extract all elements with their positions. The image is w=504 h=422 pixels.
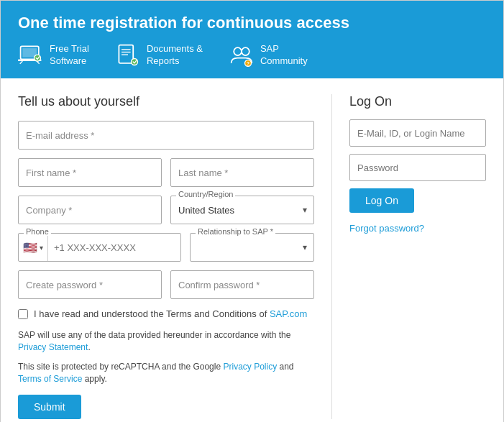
company-country-row: Country/Region United States Germany Fra…	[18, 196, 314, 224]
confirm-password-field-wrap	[170, 270, 314, 299]
password-row	[18, 270, 314, 299]
documents-label: Documents & Reports	[147, 43, 203, 68]
community-icon: ?	[229, 42, 255, 68]
lastname-field-wrap	[170, 158, 314, 187]
header-icon-documents: Documents & Reports	[115, 42, 203, 68]
free-trial-label: Free Trial Software	[50, 43, 89, 68]
flag-caret-icon: ▾	[40, 244, 43, 252]
laptop-icon	[18, 42, 44, 68]
phone-relationship-row: Phone 🇺🇸 ▾ Relationship to SAP * Custome…	[18, 233, 314, 262]
us-flag-icon: 🇺🇸	[23, 241, 37, 254]
header-title: One time registration for continuous acc…	[18, 14, 486, 32]
terms-label: I have read and understood the Terms and…	[34, 308, 307, 321]
firstname-input[interactable]	[18, 158, 162, 187]
terms-checkbox-row: I have read and understood the Terms and…	[18, 308, 314, 321]
firstname-field-wrap	[18, 158, 162, 187]
logon-section: Log On Log On Forgot password?	[349, 94, 486, 419]
main-content: Tell us about yourself	[1, 78, 503, 422]
email-row	[18, 121, 314, 150]
form-section: Tell us about yourself	[18, 94, 314, 419]
forgot-password-link[interactable]: Forgot password?	[349, 223, 486, 234]
logon-password-field-wrap	[349, 154, 486, 181]
name-row	[18, 158, 314, 187]
confirm-password-input[interactable]	[170, 270, 314, 299]
relationship-select-wrap: Relationship to SAP * Customer Partner E…	[190, 233, 314, 262]
country-select[interactable]: United States Germany France United King…	[170, 196, 314, 224]
privacy-text: SAP will use any of the data provided he…	[18, 329, 314, 354]
logon-password-input[interactable]	[349, 154, 486, 181]
relationship-label: Relationship to SAP *	[196, 227, 275, 236]
recaptcha-privacy-link[interactable]: Privacy Policy	[223, 362, 277, 372]
privacy-statement-link[interactable]: Privacy Statement	[18, 342, 88, 352]
community-label: SAP Community	[260, 43, 308, 68]
logon-email-field-wrap	[349, 119, 486, 147]
phone-input[interactable]	[48, 234, 180, 261]
country-label: Country/Region	[176, 190, 235, 198]
terms-checkbox[interactable]	[18, 309, 28, 319]
company-field-wrap	[18, 196, 162, 224]
svg-point-3	[35, 55, 41, 61]
svg-point-9	[234, 47, 242, 55]
phone-field-wrap: Phone 🇺🇸 ▾	[18, 233, 181, 262]
header-icons: Free Trial Software Documents & Reports	[18, 42, 486, 68]
country-select-wrap: Country/Region United States Germany Fra…	[170, 196, 314, 224]
create-password-input[interactable]	[18, 270, 162, 299]
svg-text:?: ?	[247, 60, 249, 67]
logon-button[interactable]: Log On	[349, 188, 414, 213]
submit-button[interactable]: Submit	[18, 395, 81, 419]
phone-flag-select[interactable]: 🇺🇸 ▾	[19, 234, 48, 261]
sap-terms-link[interactable]: SAP.com	[270, 308, 308, 319]
header-icon-community: ? SAP Community	[229, 42, 308, 68]
svg-point-8	[131, 59, 137, 65]
phone-input-wrap: 🇺🇸 ▾	[18, 233, 181, 262]
email-field-wrap	[18, 121, 314, 150]
email-input[interactable]	[18, 121, 314, 150]
company-input[interactable]	[18, 196, 162, 224]
document-icon	[115, 42, 141, 68]
phone-label: Phone	[24, 227, 51, 236]
recaptcha-text: This site is protected by reCAPTCHA and …	[18, 361, 314, 385]
header: One time registration for continuous acc…	[1, 1, 503, 78]
relationship-select[interactable]: Customer Partner Employee Prospect	[190, 233, 314, 262]
lastname-input[interactable]	[170, 158, 314, 187]
form-section-title: Tell us about yourself	[18, 94, 314, 109]
logon-title: Log On	[349, 94, 486, 109]
section-divider	[331, 94, 332, 419]
logon-email-input[interactable]	[349, 119, 486, 147]
header-icon-free-trial: Free Trial Software	[18, 42, 89, 68]
recaptcha-terms-link[interactable]: Terms of Service	[18, 374, 82, 384]
create-password-field-wrap	[18, 270, 162, 299]
svg-point-10	[242, 47, 249, 55]
